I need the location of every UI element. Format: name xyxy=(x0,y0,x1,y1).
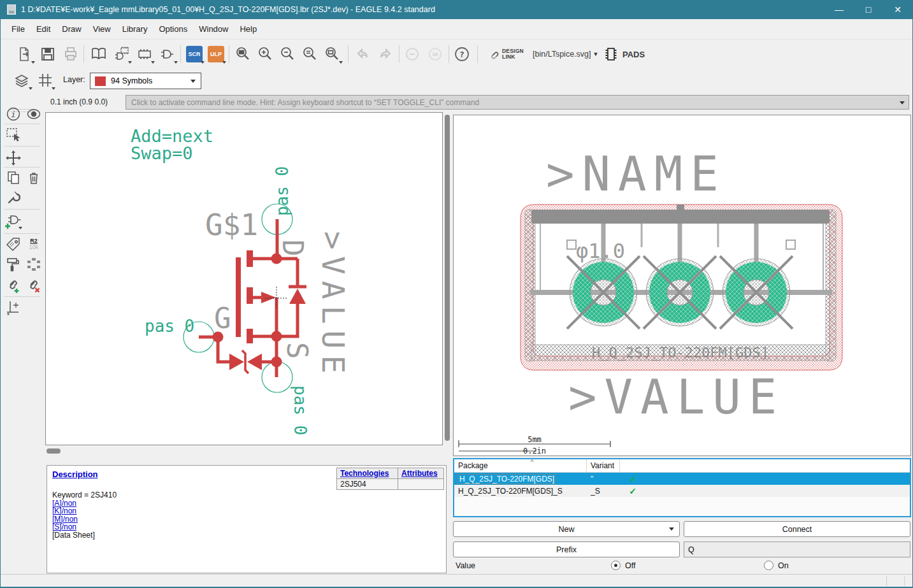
replace-tool[interactable] xyxy=(25,255,43,273)
open-button[interactable] xyxy=(15,44,35,64)
package-button[interactable] xyxy=(134,44,155,64)
group-select-tool[interactable] xyxy=(4,126,22,144)
package-row-selected[interactable]: H_Q_2SJ_TO-220FM[GDS] '' ✓ xyxy=(454,473,910,485)
description-panel: Description Technologies Attributes 2SJ5… xyxy=(47,465,447,573)
close-button[interactable]: ✕ xyxy=(883,0,912,19)
ltspice-dropdown[interactable]: [bin/LTspice.svg] ▼ xyxy=(533,44,598,64)
sort-indicator: ^ xyxy=(531,459,533,465)
layers-dropdown-caret[interactable] xyxy=(29,87,32,90)
zoom-select-button[interactable] xyxy=(322,44,343,64)
pin-left-tag: pas 0 xyxy=(145,317,194,336)
print-button[interactable] xyxy=(61,44,81,64)
scr-button[interactable]: SCR xyxy=(184,44,205,64)
device-icon xyxy=(113,46,131,62)
info-tool[interactable]: i xyxy=(4,105,22,123)
command-line-dropdown-arrow[interactable] xyxy=(900,101,905,104)
grid-dropdown-caret[interactable] xyxy=(52,87,55,90)
symbol-vertical-scrollbar[interactable] xyxy=(443,112,451,445)
package-icon xyxy=(136,46,154,62)
menu-options[interactable]: Options xyxy=(153,22,193,36)
layer-settings-button[interactable] xyxy=(12,70,32,90)
new-package-button[interactable]: New xyxy=(453,521,680,537)
maximize-button[interactable]: □ xyxy=(854,0,883,19)
pin-link-s[interactable]: [S]/non xyxy=(52,523,117,531)
variant-column-header[interactable]: Variant xyxy=(587,459,620,472)
technologies-header-link[interactable]: Technologies xyxy=(337,468,398,479)
redo-button[interactable] xyxy=(375,44,396,64)
design-link-button[interactable]: DESIGNLINK xyxy=(488,44,524,64)
show-tool[interactable] xyxy=(25,105,43,123)
symbol-dropdown-caret[interactable] xyxy=(174,61,178,64)
go-button: GO xyxy=(425,44,445,64)
window-title: 1 D:¥DATE¥E-work¥_Eagle mmLibrary05_01_0… xyxy=(21,5,435,14)
new-button-dropdown-arrow[interactable] xyxy=(669,527,674,531)
device-dropdown-caret[interactable] xyxy=(128,61,132,64)
value-off-radio[interactable] xyxy=(611,561,621,570)
technology-value[interactable]: 2SJ504 xyxy=(337,479,398,490)
package-dropdown-caret[interactable] xyxy=(151,61,155,64)
value-label: Value xyxy=(456,561,475,570)
undo-button[interactable] xyxy=(352,44,373,64)
device-button[interactable] xyxy=(111,44,132,64)
change-tool[interactable] xyxy=(4,189,22,207)
package-preview-canvas[interactable]: >NAME φ1.0 xyxy=(453,115,911,456)
layer-combo-arrow xyxy=(191,80,196,83)
connect-button[interactable]: Connect xyxy=(684,521,910,537)
go-icon: GO xyxy=(427,46,443,62)
coordinate-display: 0.1 inch (0.9 0.0) xyxy=(50,97,108,106)
paint-tool[interactable] xyxy=(4,255,22,273)
package-column-header[interactable]: Package xyxy=(454,459,587,472)
attributes-value xyxy=(398,479,444,490)
ulp-button[interactable]: ULP xyxy=(206,44,226,64)
symbol-editor-canvas[interactable]: Add=next Swap=0 G$1 D G S >VALUE pas 0 p… xyxy=(45,112,443,445)
origin-tool[interactable] xyxy=(4,299,22,317)
menu-edit[interactable]: Edit xyxy=(31,22,56,36)
library-button[interactable] xyxy=(89,44,109,64)
package-row[interactable]: H_Q_2SJ_TO-220FM[GDS]_S _S ✓ xyxy=(454,485,910,497)
attributes-header-link[interactable]: Attributes xyxy=(398,468,444,479)
description-title-link[interactable]: Description xyxy=(52,470,98,479)
symbol-button[interactable] xyxy=(157,44,178,64)
delete-tool[interactable] xyxy=(25,169,43,187)
link-add-tool[interactable] xyxy=(4,276,22,294)
command-line-input[interactable]: Click to activate command line mode. Hin… xyxy=(126,95,909,110)
move-tool[interactable] xyxy=(4,149,22,167)
copy-tool[interactable] xyxy=(4,169,22,187)
add-part-tool[interactable] xyxy=(4,212,22,230)
vscroll-thumb[interactable] xyxy=(445,115,450,441)
pads-button[interactable]: PADS xyxy=(603,44,645,64)
ulp-dropdown-caret[interactable] xyxy=(222,61,226,64)
add-part-dropdown-caret[interactable] xyxy=(18,227,22,229)
zoom-fit-button[interactable] xyxy=(233,44,254,64)
scr-icon: SCR xyxy=(186,46,203,62)
menu-help[interactable]: Help xyxy=(234,22,262,36)
zoom-in-button[interactable] xyxy=(255,44,276,64)
value-on-radio[interactable] xyxy=(764,561,773,570)
link-remove-tool[interactable] xyxy=(25,276,43,294)
scr-dropdown-caret[interactable] xyxy=(201,61,205,64)
tool-palette: i R210k xyxy=(1,92,45,573)
zoom-exact-button[interactable] xyxy=(300,44,320,64)
prefix-button[interactable]: Prefix xyxy=(453,541,680,557)
help-button[interactable]: ? xyxy=(452,44,472,64)
pin-top-tag: pas 0 xyxy=(273,166,292,216)
minimize-button[interactable]: — xyxy=(824,0,854,19)
grid-button[interactable] xyxy=(35,70,55,90)
pin-link-k[interactable]: [K]/non xyxy=(52,507,117,515)
value-tool[interactable]: R210k xyxy=(25,236,43,254)
open-dropdown-caret[interactable] xyxy=(31,61,35,64)
symbol-horizontal-scrollbar[interactable] xyxy=(45,447,443,455)
menu-draw[interactable]: Draw xyxy=(56,22,87,36)
zoom-select-dropdown-caret[interactable] xyxy=(339,61,343,64)
zoom-out-button[interactable] xyxy=(278,44,298,64)
save-button[interactable] xyxy=(38,44,58,64)
menu-file[interactable]: File xyxy=(6,22,31,36)
menu-library[interactable]: Library xyxy=(117,22,154,36)
menu-view[interactable]: View xyxy=(87,22,117,36)
value-placeholder-text: >VALUE xyxy=(315,231,351,380)
menu-window[interactable]: Window xyxy=(193,22,234,36)
hscroll-thumb[interactable] xyxy=(47,448,61,454)
layer-select[interactable]: 94 Symbols xyxy=(90,73,201,89)
prefix-value-field[interactable]: Q xyxy=(684,541,910,557)
name-tool[interactable] xyxy=(4,236,22,254)
